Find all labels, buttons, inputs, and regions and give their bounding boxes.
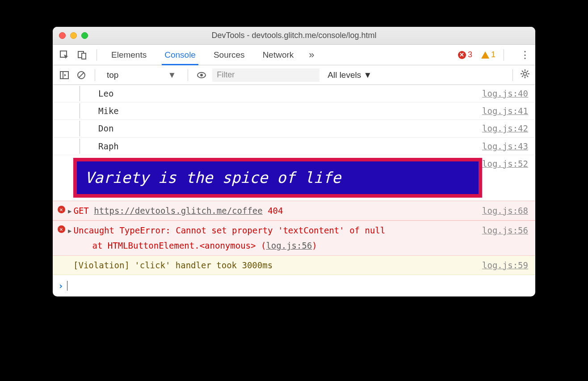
log-message: Leo (88, 86, 482, 101)
source-link[interactable]: log.js:56 (482, 223, 528, 238)
tab-network[interactable]: Network (256, 45, 300, 65)
filter-input[interactable] (212, 68, 319, 82)
log-message: Mike (88, 103, 482, 119)
log-entry[interactable]: Raph log.js:43 (53, 138, 535, 155)
source-link[interactable]: log.js:68 (482, 203, 528, 218)
error-icon: ✕ (58, 225, 65, 233)
source-link[interactable]: log.js:40 (482, 86, 528, 101)
stack-source-link[interactable]: log.js:56 (266, 241, 312, 250)
inspect-icon[interactable] (58, 49, 71, 61)
error-url[interactable]: https://devtools.glitch.me/coffee (94, 206, 263, 216)
separator (95, 69, 95, 81)
warning-icon (481, 51, 489, 59)
group-tree-line (80, 86, 88, 101)
console-toolbar: top ▼ All levels ▼ (53, 65, 535, 85)
svg-rect-2 (82, 53, 86, 59)
svg-point-8 (200, 74, 203, 76)
log-message: Raph (88, 139, 482, 154)
tab-sources[interactable]: Sources (207, 45, 251, 65)
stack-prefix: at HTMLButtonElement.<anonymous> ( (92, 241, 266, 250)
group-tree-line (80, 139, 88, 154)
log-message: Don (88, 121, 482, 136)
error-count-value: 3 (468, 50, 472, 59)
source-link[interactable]: log.js:59 (482, 258, 528, 273)
styled-message: Variety is the spice of life (73, 158, 482, 198)
levels-label: All levels ▼ (328, 70, 372, 80)
group-tree-line (80, 121, 88, 136)
svg-line-14 (522, 71, 523, 72)
error-entry[interactable]: ✕ ▶ GET https://devtools.glitch.me/coffe… (53, 201, 535, 220)
source-link[interactable]: log.js:52 (482, 156, 528, 171)
violation-message: [Violation] 'click' handler took 3000ms (73, 258, 482, 273)
separator (97, 49, 97, 61)
caret-down-icon: ▼ (168, 70, 176, 80)
source-link[interactable]: log.js:42 (482, 121, 528, 136)
kebab-menu-icon[interactable]: ⋮ (520, 49, 530, 61)
clear-console-icon[interactable] (75, 69, 88, 81)
svg-line-17 (527, 71, 528, 72)
console-prompt[interactable]: › (53, 275, 535, 296)
console-input[interactable] (67, 280, 528, 291)
http-status: 404 (268, 206, 283, 216)
error-icon: ✕ (58, 206, 65, 213)
warning-count-value: 1 (491, 50, 496, 59)
live-expression-icon[interactable] (195, 69, 208, 81)
stack-suffix: ) (312, 241, 317, 250)
log-entry-styled[interactable]: Variety is the spice of life log.js:52 (53, 155, 535, 201)
settings-icon[interactable] (520, 69, 530, 81)
tab-elements[interactable]: Elements (105, 45, 153, 65)
source-link[interactable]: log.js:43 (482, 139, 528, 154)
more-tabs-icon[interactable]: » (305, 49, 318, 61)
separator (512, 69, 513, 81)
log-entry[interactable]: Mike log.js:41 (53, 102, 535, 120)
expand-icon[interactable]: ▶ (68, 206, 71, 217)
separator (188, 69, 188, 81)
separator (504, 49, 504, 61)
source-link[interactable]: log.js:41 (482, 103, 528, 119)
svg-line-16 (522, 76, 523, 77)
svg-rect-4 (60, 72, 63, 79)
context-label: top (107, 70, 118, 80)
console-log-area: Leo log.js:40 Mike log.js:41 Don log.js:… (53, 85, 535, 296)
svg-point-9 (524, 72, 527, 76)
titlebar: DevTools - devtools.glitch.me/console/lo… (53, 27, 535, 45)
error-entry[interactable]: ✕ ▶ Uncaught TypeError: Cannot set prope… (53, 220, 535, 255)
error-message: Uncaught TypeError: Cannot set property … (73, 225, 385, 235)
warning-counter[interactable]: 1 (481, 50, 496, 59)
sidebar-toggle-icon[interactable] (58, 69, 71, 81)
prompt-arrow-icon: › (58, 278, 63, 294)
log-entry[interactable]: Don log.js:42 (53, 120, 535, 137)
log-entry[interactable]: Leo log.js:40 (53, 85, 535, 102)
expand-icon[interactable]: ▶ (68, 225, 71, 237)
window-title: DevTools - devtools.glitch.me/console/lo… (53, 31, 535, 40)
error-icon: ✕ (458, 51, 466, 59)
tab-console[interactable]: Console (158, 45, 202, 65)
log-levels-select[interactable]: All levels ▼ (324, 70, 375, 80)
device-toggle-icon[interactable] (76, 49, 88, 61)
svg-line-6 (79, 72, 84, 78)
error-counter[interactable]: ✕ 3 (458, 50, 472, 59)
devtools-tabs: Elements Console Sources Network » ✕ 3 1… (53, 45, 535, 65)
http-method: GET (73, 206, 88, 216)
violation-entry[interactable]: [Violation] 'click' handler took 3000ms … (53, 256, 535, 275)
svg-line-15 (527, 76, 528, 77)
execution-context-select[interactable]: top ▼ (102, 70, 181, 80)
group-tree-line (80, 103, 88, 119)
devtools-window: DevTools - devtools.glitch.me/console/lo… (53, 27, 535, 296)
